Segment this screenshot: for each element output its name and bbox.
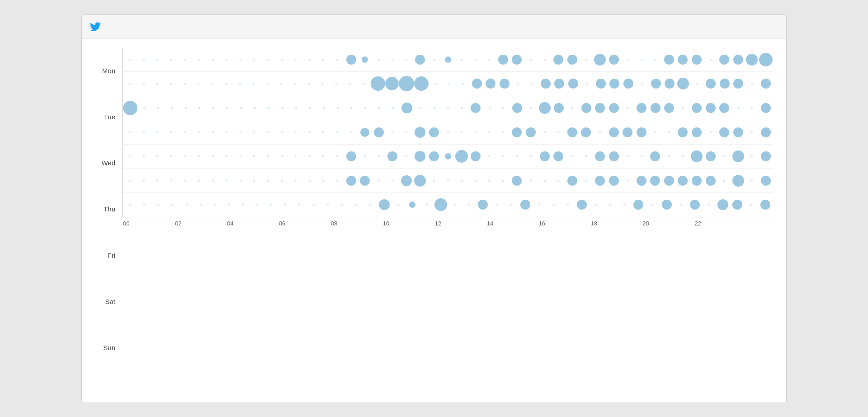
data-dot [415,151,425,162]
data-dot [706,151,716,161]
dot-cell [206,120,220,144]
data-dot [512,176,522,186]
dot-cell [731,145,745,169]
dot-cell [662,96,676,120]
dot-cell [413,145,427,169]
dot-cell [717,48,731,72]
dot-cell [137,72,150,96]
dot-cell [617,193,631,217]
dot-cell [579,48,593,72]
dot-cell [250,193,264,217]
data-dot [143,180,145,182]
dot-cell [179,193,193,217]
dot-cell [607,48,621,72]
dot-cell [448,193,462,217]
grid-row [123,120,773,145]
dot-cell [634,120,648,144]
data-dot [309,107,311,109]
data-dot [496,204,498,206]
data-dot [761,176,771,186]
dot-cell [690,120,704,144]
data-dot [692,127,702,137]
dot-cell [539,72,552,96]
x-axis-label: 22 [694,220,746,389]
data-dot [488,59,490,61]
dot-cell [716,193,730,217]
dot-cell [165,145,179,169]
data-dot [723,155,725,157]
data-dot [651,79,661,89]
dot-cell [372,48,386,72]
data-dot [746,54,758,66]
data-dot [692,176,702,186]
dot-cell [476,193,490,217]
data-dot [184,155,186,157]
dot-cell [206,48,220,72]
dot-cell [662,169,676,192]
dot-cell [676,145,690,169]
data-dot [143,59,145,61]
dot-cell [165,193,179,217]
data-dot [461,59,462,61]
dot-cell [413,169,427,192]
data-dot [295,155,297,157]
x-axis-label: 04 [227,220,279,389]
dot-cell [406,193,420,217]
data-dot [171,107,173,109]
dot-cell [275,120,289,144]
dot-cell [690,169,704,192]
data-dot [253,155,255,157]
data-dot [596,79,606,89]
data-dot [761,127,771,137]
dot-cell [648,145,662,169]
dot-cell [427,120,441,144]
dot-cell [759,96,773,120]
dot-cell [744,193,758,217]
data-dot [129,180,131,182]
dot-cell [496,96,510,120]
dot-cell [400,96,414,120]
dot-cell [292,193,307,217]
dot-cell [427,48,441,72]
dot-cell [151,96,165,120]
dot-cell [538,96,552,120]
dot-cell [358,48,372,72]
dot-cell [484,72,497,96]
data-dot [690,200,700,210]
data-dot [489,107,491,109]
dot-cell [593,96,607,120]
data-dot [627,155,628,157]
dot-cell [178,48,192,72]
dot-cell [165,120,179,144]
data-dot [364,107,366,109]
data-dot [336,180,338,182]
data-dot [595,151,605,161]
dot-cell [690,72,704,96]
data-dot [526,127,536,137]
dot-cell [566,48,580,72]
data-dot [374,127,384,137]
data-dot [759,53,773,66]
data-dot [200,204,202,206]
data-dot [350,131,352,133]
data-dot [609,79,619,89]
data-dot [594,54,606,66]
dot-cell [608,72,621,96]
dot-cell [676,169,690,192]
dot-cell [703,96,717,120]
dot-cell [220,96,234,120]
data-dot [406,155,407,157]
y-axis-label: Sat [91,298,123,305]
data-dot [750,204,752,206]
data-dot [609,127,619,137]
data-dot [429,127,439,137]
dot-cell [469,96,483,120]
dot-cell [731,72,745,96]
dot-cell [151,145,165,169]
data-dot [475,59,476,61]
data-dot [364,155,366,157]
data-dot [471,151,481,161]
data-dot [392,59,393,61]
data-dot [461,180,462,182]
data-dot [157,204,159,206]
